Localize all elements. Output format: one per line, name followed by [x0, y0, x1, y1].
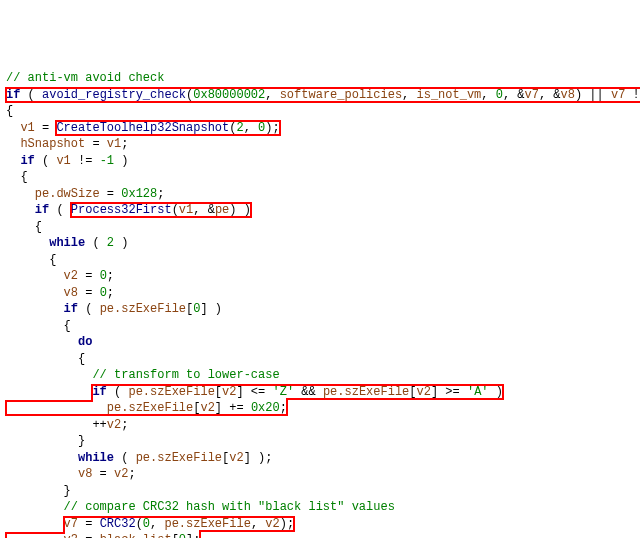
highlight-process32first: Process32First(v1, &pe) )	[71, 203, 251, 217]
decompiled-code-block: // anti-vm avoid check if ( avoid_regist…	[6, 70, 634, 538]
comment: // compare CRC32 hash with "black list" …	[64, 500, 395, 514]
comment: // transform to lower-case	[92, 368, 279, 382]
highlight-registry-check: if ( avoid_registry_check(0x80000002, so…	[6, 88, 640, 102]
highlight-snapshot-call: CreateToolhelp32Snapshot(2, 0);	[56, 121, 279, 135]
highlight-crc-compare: v7 = CRC32(0, pe.szExeFile, v2); v3 = bl…	[6, 517, 294, 539]
comment: // anti-vm avoid check	[6, 71, 164, 85]
highlight-lowercase-xform: if ( pe.szExeFile[v2] <= 'Z' && pe.szExe…	[6, 385, 503, 416]
